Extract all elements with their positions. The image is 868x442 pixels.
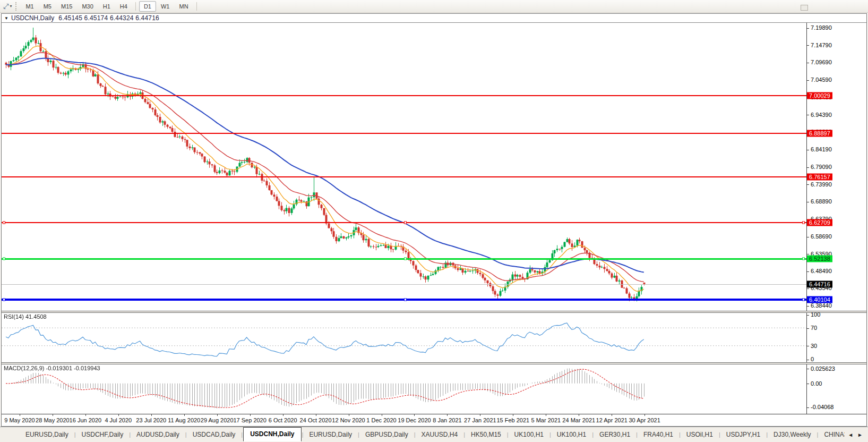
price-tick-label: 6.84190	[811, 146, 832, 152]
chart-tab-uk100-h1[interactable]: UK100,H1	[552, 429, 591, 440]
price-tick-label: 7.14790	[811, 42, 832, 48]
macd-tick-label: -0.04068	[811, 404, 833, 410]
current-price-label: 6.44716	[807, 280, 832, 287]
top-toolbar: ⤢ ▾ M1M5M15M30H1H4D1W1MN	[0, 0, 868, 13]
date-label: 1 Dec 2020	[366, 417, 396, 423]
horizontal-line-6.76157[interactable]	[2, 176, 806, 177]
chart-tab-uk100-h1[interactable]: UK100,H1	[509, 429, 549, 440]
date-label: 27 Jan 2021	[464, 417, 496, 423]
price-tick: 6.48490	[807, 268, 832, 274]
macd-tick-label: 0.025623	[811, 366, 835, 372]
date-tick	[184, 414, 185, 416]
crosshair-tool-icon[interactable]: ⤢	[2, 2, 10, 11]
date-axis: 9 May 202028 May 202016 Jun 20204 Jul 20…	[2, 414, 866, 426]
chart-tab-usdchf-daily[interactable]: USDCHF,Daily	[76, 429, 129, 440]
line-handle[interactable]	[3, 299, 5, 301]
main-plot[interactable]	[2, 23, 807, 311]
date-label: 15 Feb 2021	[496, 417, 529, 423]
macd-tick: 0.00	[807, 380, 822, 387]
date-tick	[85, 414, 86, 416]
timeframe-button-m1[interactable]: M1	[21, 1, 38, 12]
toolbar-grip[interactable]	[15, 2, 17, 11]
timeframe-button-mn[interactable]: MN	[174, 1, 193, 12]
chart-tab-ger30-h1[interactable]: GER30,H1	[594, 429, 635, 440]
rsi-tick: 0	[807, 356, 814, 362]
date-tick	[579, 414, 579, 416]
line-handle[interactable]	[802, 299, 805, 301]
line-handle[interactable]	[404, 299, 407, 301]
chart-title-row: ▼ USDCNH,Daily 6.45145 6.45174 6.44324 6…	[2, 14, 866, 23]
timeframe-button-m15[interactable]: M15	[56, 1, 77, 12]
tab-scroll-right-icon[interactable]: ►	[857, 432, 863, 438]
date-label: 23 Jul 2020	[136, 417, 166, 423]
line-price-label: 6.52138	[807, 256, 832, 262]
timeframe-button-d1[interactable]: D1	[139, 1, 156, 12]
rsi-tick-label: 30	[811, 343, 817, 349]
chart-tab-usdcnh-daily[interactable]: USDCNH,Daily	[243, 427, 301, 441]
rsi-axis: 10070300	[807, 313, 866, 362]
price-tick: 7.14790	[807, 42, 832, 48]
line-handle[interactable]	[3, 258, 5, 260]
tab-scroll-left-icon[interactable]: ◄	[848, 432, 853, 438]
rsi-tick: 100	[807, 311, 820, 318]
line-handle[interactable]	[404, 222, 407, 224]
line-handle[interactable]	[3, 222, 5, 224]
date-tick	[217, 414, 218, 416]
tick-dash	[807, 288, 809, 289]
tick-dash	[807, 80, 809, 81]
horizontal-line-7.00029[interactable]	[2, 95, 806, 96]
chart-window: ▼ USDCNH,Daily 6.45145 6.45174 6.44324 6…	[1, 13, 867, 427]
chart-tab-fra40-h1[interactable]: FRA40,H1	[638, 429, 678, 440]
chart-tab-usoil-h1[interactable]: USOil,H1	[681, 429, 718, 440]
macd-name: MACD(12,26,9)	[4, 365, 44, 371]
current-price-line	[2, 284, 806, 285]
line-handle[interactable]	[802, 258, 805, 260]
chart-tab-eurusd-daily[interactable]: EURUSD,Daily	[304, 429, 357, 440]
timeframe-button-h1[interactable]: H1	[98, 1, 115, 12]
chart-tab-bar: EURUSD,Daily|USDCHF,Daily|AUDUSD,Daily|U…	[0, 427, 868, 442]
timeframe-button-m5[interactable]: M5	[39, 1, 56, 12]
macd-canvas	[2, 364, 806, 414]
chart-ohlc-values: 6.45145 6.45174 6.44324 6.44716	[58, 14, 159, 22]
tool-dropdown-caret-icon[interactable]: ▾	[10, 4, 13, 8]
chart-tab-audusd-daily[interactable]: AUDUSD,Daily	[131, 429, 185, 440]
rsi-plot[interactable]: RSI(14) 41.4508	[2, 313, 807, 362]
rsi-tick-label: 100	[811, 311, 820, 318]
price-axis[interactable]: 7.198907.147907.096907.045906.994906.943…	[807, 23, 866, 311]
date-tick	[382, 414, 382, 416]
tick-dash	[807, 45, 809, 46]
chart-tab-usdcad-daily[interactable]: USDCAD,Daily	[187, 429, 241, 440]
chart-tab-dj30-weekly[interactable]: DJ30,Weekly	[768, 429, 816, 440]
price-tick-label: 7.04590	[811, 76, 832, 83]
line-handle[interactable]	[404, 258, 407, 260]
line-handle[interactable]	[802, 222, 805, 224]
date-tick	[480, 414, 480, 416]
tick-dash	[807, 271, 809, 272]
horizontal-line-6.88897[interactable]	[2, 133, 806, 134]
rsi-canvas	[2, 313, 806, 362]
timeframe-button-group: M1M5M15M30H1H4D1W1MN	[21, 1, 200, 12]
macd-label: MACD(12,26,9) -0.019301 -0.019943	[4, 365, 100, 371]
tick-dash	[807, 346, 809, 346]
toolbar-overflow-button[interactable]	[801, 5, 808, 11]
tick-dash	[807, 63, 809, 63]
date-label: 9 May 2020	[4, 417, 35, 423]
chart-tab-usdjpy-h1[interactable]: USDJPY,H1	[721, 429, 766, 440]
chart-tab-eurusd-daily[interactable]: EURUSD,Daily	[20, 429, 74, 440]
rsi-label: RSI(14) 41.4508	[4, 313, 47, 320]
date-tick	[250, 414, 251, 416]
chart-tab-gbpusd-daily[interactable]: GBPUSD,Daily	[360, 429, 414, 440]
timeframe-button-w1[interactable]: W1	[156, 1, 175, 12]
macd-values: -0.019301 -0.019943	[46, 365, 100, 371]
chart-tab-xauusd-h4[interactable]: XAUUSD,H4	[416, 429, 463, 440]
timeframe-button-m30[interactable]: M30	[77, 1, 98, 12]
date-label: 28 May 2020	[36, 417, 70, 423]
date-label: 12 Nov 2020	[332, 417, 365, 423]
date-tick	[644, 414, 645, 416]
macd-plot[interactable]: MACD(12,26,9) -0.019301 -0.019943	[2, 364, 807, 414]
chart-tab-hk50-m15[interactable]: HK50,M15	[466, 429, 506, 440]
collapse-arrow-icon[interactable]: ▼	[4, 16, 8, 21]
timeframe-button-h4[interactable]: H4	[115, 1, 132, 12]
tick-dash	[807, 28, 809, 29]
date-tick	[151, 414, 152, 416]
